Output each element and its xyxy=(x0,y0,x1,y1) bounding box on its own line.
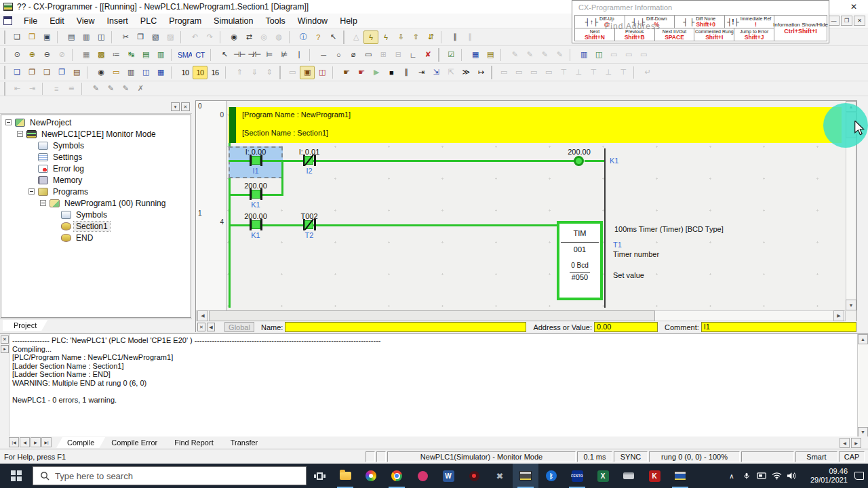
taskbar-clock[interactable]: 09.46 29/01/2021 xyxy=(799,467,850,485)
toolbar-button-run-simulation[interactable]: ▶ xyxy=(369,66,384,79)
cx-simulator-icon[interactable] xyxy=(667,464,693,488)
toolbar-button-cut[interactable]: ✂ xyxy=(118,30,133,44)
volume-icon[interactable] xyxy=(784,464,799,488)
menu-item[interactable]: Window xyxy=(292,15,334,27)
tree-item-newprogram1[interactable]: NewProgram1 (00) Running xyxy=(1,197,191,209)
mdi-child-button-restore[interactable]: ❐ xyxy=(841,16,852,26)
tab-nav-button-prev[interactable]: ◀ xyxy=(20,437,30,447)
start-button[interactable] xyxy=(0,464,33,488)
toolbar-button-online-edit-cancel[interactable]: ▭ xyxy=(526,66,541,79)
mdi-child-button-close[interactable]: ✕ xyxy=(854,16,865,26)
toolbar-button-window-c[interactable]: ▭ xyxy=(636,48,651,62)
toolbar-button-find[interactable]: ◉ xyxy=(226,30,241,44)
taskbar-search[interactable]: Type here to search xyxy=(33,466,307,485)
tab-scroll-button-left[interactable]: ◀ xyxy=(840,438,850,448)
output-tab-find-report[interactable]: Find Report xyxy=(163,437,224,448)
toolbar-button-open-file[interactable]: ❒ xyxy=(24,30,39,44)
toolbar-button-new-instruction[interactable]: ▭ xyxy=(361,48,376,62)
scroll-down-icon[interactable]: ▼ xyxy=(858,427,868,437)
tree-item-end[interactable]: END xyxy=(1,232,191,243)
toolbar-button-redo[interactable]: ↷ xyxy=(202,30,217,44)
hscroll-thumb[interactable] xyxy=(209,310,655,321)
toolbar-button-window-a[interactable]: ▭ xyxy=(606,48,621,62)
toolbar-button-set-value[interactable]: ⊤ xyxy=(616,66,631,79)
menu-item[interactable]: Insert xyxy=(101,15,134,27)
toolbar-button-pause-monitor[interactable]: ∥ xyxy=(448,30,462,44)
toolbar-button-find-previous[interactable]: ◍ xyxy=(271,30,286,44)
menu-item[interactable]: Help xyxy=(334,15,363,27)
toolbar-button-zoom-in[interactable]: ⊕ xyxy=(24,48,39,62)
expand-icon[interactable]: ▸ xyxy=(1,345,9,353)
toolbar-button-pause-hand[interactable]: ☛ xyxy=(339,66,354,79)
toolbar-button-step-out[interactable]: ⇱ xyxy=(443,66,458,79)
toolbar-button-edit-note[interactable]: ✎ xyxy=(507,48,522,62)
toolbar-button-print[interactable]: ▥ xyxy=(79,30,94,44)
toolbar-button-new-closed-coil[interactable]: ⌀ xyxy=(346,48,361,62)
output-vscrollbar[interactable]: ▲ ▼ xyxy=(857,334,868,437)
toolbar-button-online-edit-send[interactable]: ▭ xyxy=(511,66,526,79)
output-tab-compile[interactable]: Compile xyxy=(56,437,105,448)
toolbar-button-online-edit-go[interactable]: ▭ xyxy=(541,66,556,79)
toolbar-button-paste-special[interactable]: ▨ xyxy=(163,30,178,44)
toolbar-button-delete-line[interactable]: ✘ xyxy=(420,48,435,62)
toolbar-button-step-in[interactable]: ⇲ xyxy=(429,66,443,79)
expander-icon[interactable] xyxy=(28,188,35,195)
toolbar-button-indent[interactable]: ⇤ xyxy=(9,82,24,96)
toolbar-button-new-or-closed-contact[interactable]: ⊭ xyxy=(277,48,292,62)
media-app-icon[interactable] xyxy=(461,464,487,488)
close-button[interactable]: ✕ xyxy=(845,1,863,12)
menu-item[interactable]: Tools xyxy=(259,15,291,27)
toolbar-button-window-next[interactable]: ❒ xyxy=(54,66,69,79)
tab-scroll-button-right[interactable]: ▶ xyxy=(851,438,861,448)
toolbar-button-horizontal-line[interactable]: ─ xyxy=(316,48,331,62)
toolbar-button-mnemonic-view[interactable]: ▥ xyxy=(153,48,168,62)
toolbar-button-stop-simulation[interactable]: ■ xyxy=(384,66,399,79)
toolbar-button-monitor-hex[interactable]: 16 xyxy=(208,66,222,79)
toolbar-button-force-cancel-all[interactable]: ⊥ xyxy=(601,66,616,79)
toolbar-button-zoom-out[interactable]: ⊖ xyxy=(39,48,54,62)
toolbar-button-scan-run[interactable]: ↦ xyxy=(473,66,488,79)
toolbar-button-select-mode[interactable]: ↖ xyxy=(217,48,232,62)
dropdown-icon[interactable]: ▾ xyxy=(171,102,180,111)
tab-project[interactable]: Project xyxy=(3,320,47,331)
toolbar-button-outdent[interactable]: ⇥ xyxy=(24,82,39,96)
tree-item-newplc1[interactable]: NewPLC1[CP1E] Monitor Mode xyxy=(1,128,191,140)
menu-item[interactable]: View xyxy=(71,15,101,27)
toolbar-button-window-cascade[interactable]: ❏ xyxy=(9,66,24,79)
scroll-left-icon[interactable]: ◀ xyxy=(197,310,208,321)
mdi-child-button-minimize[interactable]: — xyxy=(828,16,840,26)
excel-icon[interactable]: X xyxy=(590,464,616,488)
toolbar-button-zoom-fit[interactable]: ⊘ xyxy=(54,48,69,62)
toolbar-button-monitor-window[interactable]: ▭ xyxy=(285,66,300,79)
tab-nav-button-first[interactable]: |◀ xyxy=(9,437,19,447)
expander-icon[interactable] xyxy=(17,131,23,137)
tab-nav-button-last[interactable]: ▶| xyxy=(41,437,52,447)
rung-comment-banner[interactable]: [Program Name : NewProgram1] [Section Na… xyxy=(229,107,842,143)
menu-item[interactable]: File xyxy=(18,15,43,27)
toolbar-button-marker-pen-2[interactable]: ✎ xyxy=(103,82,118,96)
toolbar-button-ladder-view[interactable]: ▤ xyxy=(138,48,153,62)
toolbar-button-force-on[interactable]: ⊤ xyxy=(556,66,571,79)
tree-item-memory[interactable]: Memory xyxy=(1,174,191,186)
toolbar-button-replace[interactable]: ⇄ xyxy=(241,30,256,44)
menu-item[interactable]: Edit xyxy=(43,15,71,27)
toolbar-button-line-connect[interactable]: ∟ xyxy=(406,48,420,62)
festo-icon[interactable]: FESTO xyxy=(564,464,590,488)
toolbar-button-watch-list[interactable]: ▥ xyxy=(576,48,591,62)
toolbar-button-address-reference[interactable]: ▦ xyxy=(153,66,168,79)
toolbar-button-diff-monitor[interactable]: ⇕ xyxy=(262,66,277,79)
toolbar-button-dialog-view[interactable]: ◫ xyxy=(138,66,153,79)
toolbar-button-help[interactable]: ? xyxy=(311,30,326,44)
toolbar-button-transfer-from-plc[interactable]: ⇧ xyxy=(408,30,423,44)
menu-item[interactable]: Simulation xyxy=(208,15,259,27)
toolbar-button-diff-up-tool[interactable]: ⇑ xyxy=(232,66,247,79)
toolbar-button-symbol-bar[interactable]: SMA xyxy=(178,48,193,62)
toolbar-button-pause[interactable]: ∥ xyxy=(462,30,477,44)
toolbar-button-continuous-step-run[interactable]: ≫ xyxy=(458,66,473,79)
snip-app-icon[interactable] xyxy=(410,464,435,488)
toolbar-button-diff-down-tool[interactable]: ⇓ xyxy=(247,66,262,79)
toolbar-button-instruction-up[interactable]: ⊞ xyxy=(376,48,391,62)
toolbar-button-align-clear[interactable]: ≌ xyxy=(64,82,79,96)
x-app-icon[interactable]: ✖ xyxy=(487,464,513,488)
task-view-icon[interactable] xyxy=(307,464,332,488)
